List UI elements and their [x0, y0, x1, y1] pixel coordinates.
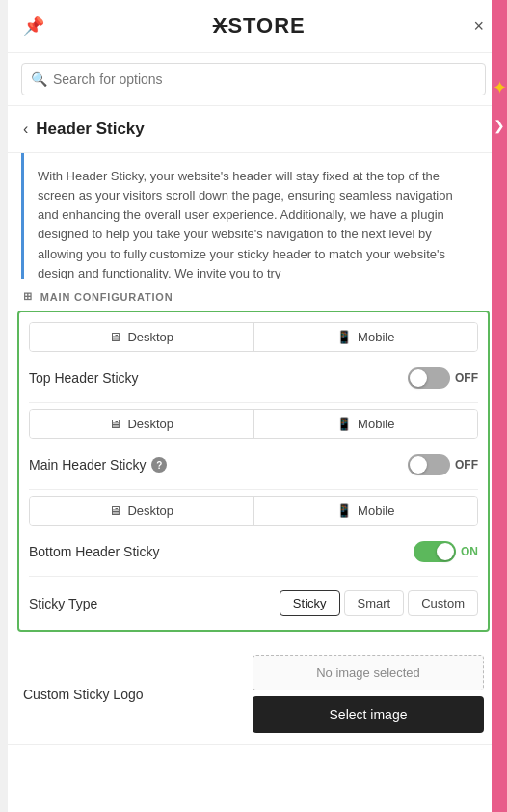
custom-logo-row: Custom Sticky Logo No image selected Sel…: [8, 643, 499, 745]
bottom-header-sticky-group: 🖥 Desktop 📱 Mobile Bottom Header Sticky …: [29, 496, 478, 570]
custom-logo-label: Custom Sticky Logo: [23, 687, 144, 702]
mobile-icon-3: 📱: [336, 503, 352, 518]
bottom-header-toggle-text: ON: [461, 545, 478, 558]
sticky-type-buttons: Sticky Smart Custom: [280, 590, 478, 616]
main-header-sticky-group: 🖥 Desktop 📱 Mobile Main Header Sticky ?: [29, 409, 478, 483]
main-header-toggle-text: OFF: [455, 458, 478, 472]
mobile-label-2: Mobile: [358, 417, 394, 431]
right-accent-bar: ✦ ❯: [492, 0, 507, 812]
sticky-btn-sticky[interactable]: Sticky: [280, 590, 340, 616]
bottom-header-mobile-tab[interactable]: 📱 Mobile: [254, 497, 478, 525]
bottom-header-toggle[interactable]: ON: [414, 541, 478, 562]
desktop-icon: 🖥: [109, 330, 121, 344]
top-header-toggle-row: Top Header Sticky OFF: [29, 362, 478, 396]
no-image-box: No image selected: [253, 655, 484, 690]
top-header-mobile-tab[interactable]: 📱 Mobile: [254, 323, 478, 351]
top-header-label: Top Header Sticky: [29, 370, 139, 386]
description-text: With Header Sticky, your website's heade…: [38, 169, 453, 279]
section-icon: ⊞: [23, 290, 33, 303]
top-header-desktop-tab[interactable]: 🖥 Desktop: [30, 323, 254, 351]
bottom-header-desktop-tab[interactable]: 🖥 Desktop: [30, 497, 254, 525]
mobile-label: Mobile: [358, 330, 394, 344]
main-header-label: Main Header Sticky ?: [29, 457, 167, 473]
top-header-sticky-group: 🖥 Desktop 📱 Mobile Top Header Sticky OFF: [29, 322, 478, 396]
app-header: 📌 XSTORE ×: [8, 0, 499, 53]
main-header-device-tabs: 🖥 Desktop 📱 Mobile: [29, 409, 478, 439]
bottom-header-device-tabs: 🖥 Desktop 📱 Mobile: [29, 496, 478, 526]
close-button[interactable]: ×: [473, 16, 484, 37]
section-label: MAIN CONFIGURATION: [40, 291, 173, 303]
main-header-mobile-tab[interactable]: 📱 Mobile: [254, 410, 478, 438]
main-header-toggle-row: Main Header Sticky ? OFF: [29, 448, 478, 483]
accent-star-icon: ✦: [493, 77, 507, 98]
top-header-device-tabs: 🖥 Desktop 📱 Mobile: [29, 322, 478, 352]
main-header-toggle[interactable]: OFF: [408, 454, 478, 475]
description-box: With Header Sticky, your website's heade…: [21, 153, 486, 279]
top-header-toggle-thumb: [410, 369, 427, 387]
desktop-label-3: Desktop: [127, 503, 173, 518]
bottom-header-toggle-track[interactable]: [414, 541, 456, 562]
mobile-label-3: Mobile: [358, 503, 394, 518]
search-input[interactable]: [21, 63, 486, 95]
divider-2: [29, 489, 478, 490]
bottom-header-toggle-row: Bottom Header Sticky ON: [29, 535, 478, 570]
divider-3: [29, 576, 478, 577]
top-header-toggle[interactable]: OFF: [408, 367, 478, 389]
desktop-label-2: Desktop: [127, 417, 173, 431]
accent-arrow-icon: ❯: [494, 118, 505, 133]
sticky-btn-custom[interactable]: Custom: [408, 590, 478, 616]
app-logo: XSTORE: [213, 14, 306, 39]
mobile-icon: 📱: [336, 330, 352, 344]
sticky-type-label: Sticky Type: [29, 596, 97, 611]
back-arrow-icon[interactable]: ‹: [23, 121, 28, 138]
desktop-label: Desktop: [127, 330, 173, 344]
search-icon: 🔍: [31, 71, 47, 87]
top-header-toggle-text: OFF: [455, 371, 478, 385]
divider-1: [29, 402, 478, 403]
desktop-icon-3: 🖥: [109, 503, 121, 518]
main-header-toggle-thumb: [410, 456, 427, 474]
page-title: Header Sticky: [36, 120, 144, 139]
pin-icon: 📌: [23, 15, 44, 37]
help-icon[interactable]: ?: [151, 457, 167, 473]
top-header-toggle-track[interactable]: [408, 367, 450, 389]
back-nav: ‹ Header Sticky: [8, 106, 499, 153]
main-header-desktop-tab[interactable]: 🖥 Desktop: [30, 410, 254, 438]
mobile-icon-2: 📱: [336, 417, 352, 431]
bottom-header-label: Bottom Header Sticky: [29, 544, 159, 559]
no-image-text: No image selected: [316, 665, 420, 680]
desktop-icon-2: 🖥: [109, 417, 121, 431]
bottom-header-toggle-thumb: [437, 543, 454, 560]
section-header: ⊞ MAIN CONFIGURATION: [8, 279, 499, 311]
search-bar: 🔍: [8, 53, 499, 106]
custom-logo-controls: No image selected Select image: [253, 655, 484, 733]
select-image-button[interactable]: Select image: [253, 696, 484, 733]
main-config-section: 🖥 Desktop 📱 Mobile Top Header Sticky OFF: [17, 311, 490, 632]
sticky-type-row: Sticky Type Sticky Smart Custom: [29, 582, 478, 620]
main-header-toggle-track[interactable]: [408, 454, 450, 475]
sticky-btn-smart[interactable]: Smart: [344, 590, 405, 616]
